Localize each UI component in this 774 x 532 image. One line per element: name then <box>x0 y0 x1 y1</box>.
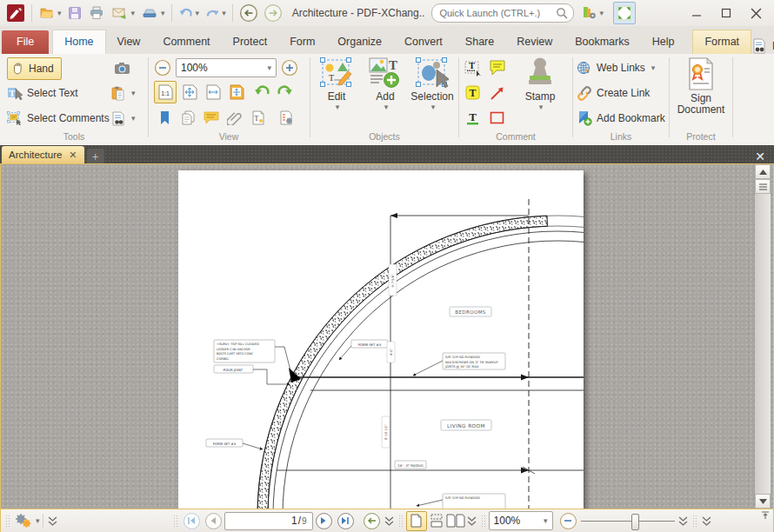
ui-options-button[interactable]: ▾ <box>579 3 606 23</box>
tab-bar-close-button[interactable]: ✕ <box>746 150 774 163</box>
comments-pane-button[interactable] <box>201 107 222 128</box>
close-button[interactable] <box>741 2 771 24</box>
bookmarks-pane-button[interactable] <box>154 107 175 128</box>
highlight-tool-button[interactable]: T <box>463 83 484 103</box>
tab-review[interactable]: Review <box>505 30 564 54</box>
tab-convert[interactable]: Convert <box>393 30 454 54</box>
status-zoom-combo[interactable]: 100% ▾ <box>489 511 553 530</box>
layout-more-icon[interactable] <box>467 516 477 526</box>
email-dropdown-caret[interactable]: ▾ <box>131 9 136 17</box>
tab-organize[interactable]: Organize <box>326 30 393 54</box>
page-number-input[interactable]: 1/9 <box>224 512 313 530</box>
edit-objects-button[interactable]: T Edit ▾ <box>313 57 360 127</box>
edit-objects-caret[interactable]: ▾ <box>336 103 340 111</box>
tab-form[interactable]: Form <box>278 30 326 54</box>
minimize-button[interactable] <box>682 2 711 24</box>
tab-home[interactable]: Home <box>52 30 105 54</box>
open-dropdown-caret[interactable]: ▾ <box>57 9 62 17</box>
maximize-button[interactable] <box>711 2 741 24</box>
selection-caret[interactable]: ▾ <box>431 103 436 111</box>
pagenav-grip[interactable] <box>173 515 178 527</box>
web-links-caret[interactable]: ▾ <box>651 63 656 72</box>
nav-back-button[interactable] <box>237 3 261 23</box>
two-page-layout-button[interactable] <box>446 512 465 530</box>
continuous-layout-button[interactable] <box>427 512 446 530</box>
rectangle-tool-button[interactable] <box>487 108 508 129</box>
fullscreen-button[interactable] <box>613 2 636 24</box>
find-dropdown-caret[interactable]: ▾ <box>131 114 136 123</box>
web-links-button[interactable]: Web Links ▾ <box>577 57 655 78</box>
zoom-slider[interactable] <box>581 513 675 529</box>
paste-dropdown-caret[interactable]: ▾ <box>131 89 136 97</box>
expand-toolbar-icon[interactable] <box>48 516 57 526</box>
new-tab-button[interactable]: ＋ <box>87 149 104 163</box>
sticky-note-tool-button[interactable] <box>487 57 508 78</box>
stamp-button[interactable]: Stamp ▾ <box>517 57 564 127</box>
document-tab-architecture[interactable]: Architecture ✕ <box>2 146 84 163</box>
paste-button[interactable]: ▾ <box>111 83 136 103</box>
next-page-button[interactable] <box>316 513 332 529</box>
history-more-icon[interactable] <box>384 516 394 526</box>
tab-comment[interactable]: Comment <box>151 30 221 54</box>
pdf-page[interactable]: BEDROOMS LIVING ROOM FORM SET #3 FORM SE… <box>178 170 584 509</box>
underline-tool-button[interactable]: T <box>463 108 484 129</box>
find-document-icon[interactable] <box>751 38 767 54</box>
prev-page-button[interactable] <box>205 513 222 529</box>
ui-options-caret[interactable]: ▾ <box>599 9 604 17</box>
status-options-button[interactable]: ▾ <box>13 513 40 529</box>
redo-dropdown-caret[interactable]: ▾ <box>222 9 226 17</box>
document-tab-close-icon[interactable]: ✕ <box>69 150 77 161</box>
find-button[interactable]: ▾ <box>111 108 136 129</box>
add-objects-caret[interactable]: ▾ <box>384 103 389 111</box>
fit-page-button[interactable] <box>179 82 200 103</box>
stamp-caret[interactable]: ▾ <box>539 103 544 111</box>
add-bookmark-button[interactable]: Add Bookmark <box>577 108 665 129</box>
scan-dropdown-caret[interactable]: ▾ <box>161 9 165 17</box>
undo-dropdown-caret[interactable]: ▾ <box>196 9 200 17</box>
tab-file[interactable]: File <box>2 30 49 54</box>
scroll-down-button[interactable] <box>755 494 771 509</box>
redo-button[interactable]: ▾ <box>202 3 229 23</box>
quick-launch-input[interactable] <box>437 7 556 19</box>
tab-format[interactable]: Format <box>692 30 751 54</box>
actual-size-button[interactable]: 1:1 <box>154 81 177 103</box>
attachments-pane-button[interactable] <box>224 107 245 128</box>
scan-button[interactable]: ▾ <box>137 3 168 23</box>
zoom-slider-track[interactable] <box>581 521 675 522</box>
typewriter-tool-button[interactable]: T <box>463 57 484 78</box>
add-objects-button[interactable]: T Add ▾ <box>362 57 409 127</box>
more-tools-icon[interactable] <box>702 516 711 526</box>
tab-view[interactable]: View <box>106 30 152 54</box>
panes-options-button[interactable] <box>276 107 297 128</box>
zoom-slider-thumb[interactable] <box>631 514 639 530</box>
right-grip[interactable] <box>692 515 697 527</box>
undo-button[interactable]: ▾ <box>176 3 203 23</box>
tab-share[interactable]: Share <box>454 30 505 54</box>
ribbon-zoom-caret[interactable]: ▾ <box>267 63 271 72</box>
quick-launch-box[interactable] <box>431 3 574 23</box>
app-logo-icon[interactable] <box>3 3 28 23</box>
scroll-up-button[interactable] <box>755 164 771 179</box>
sign-document-button[interactable]: SignDocument <box>677 57 724 127</box>
zoom-out-icon[interactable] <box>154 59 171 76</box>
print-button[interactable] <box>85 3 108 23</box>
toolbar-grip[interactable] <box>5 515 10 527</box>
select-comments-button[interactable]: Select Comments <box>7 108 110 129</box>
thumbnails-pane-button[interactable] <box>177 107 198 128</box>
ribbon-zoom-combo[interactable]: 100% ▾ <box>176 58 277 77</box>
single-page-layout-button[interactable] <box>406 511 427 531</box>
arrow-tool-button[interactable] <box>487 83 508 103</box>
zoom-more-icon[interactable] <box>678 516 688 526</box>
status-zoom-caret[interactable]: ▾ <box>544 516 548 525</box>
scroll-options-button[interactable] <box>755 179 771 194</box>
tab-protect[interactable]: Protect <box>222 30 279 54</box>
selection-button[interactable]: Selection ▾ <box>409 57 456 127</box>
fit-visible-button[interactable] <box>226 82 247 103</box>
zoom-out-status-button[interactable] <box>560 513 577 529</box>
rotate-ccw-icon[interactable] <box>253 83 272 101</box>
select-text-button[interactable]: T Select Text <box>7 83 77 103</box>
snapshot-button[interactable] <box>111 57 132 78</box>
email-button[interactable]: ▾ <box>108 3 138 23</box>
last-page-button[interactable] <box>337 513 354 529</box>
document-area[interactable]: BEDROOMS LIVING ROOM FORM SET #3 FORM SE… <box>1 164 773 509</box>
